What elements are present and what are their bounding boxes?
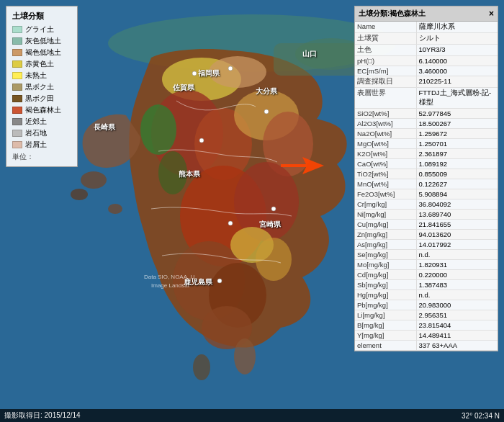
label-kumamoto: 熊本県	[179, 169, 200, 179]
table-cell-key: Cd[mg/kg]	[355, 270, 416, 280]
table-cell-key: 表層世界	[355, 88, 416, 109]
legend-item-label: グライ土	[25, 24, 54, 35]
svg-point-21	[193, 354, 210, 380]
table-cell-key: K2O[wt%]	[355, 149, 416, 159]
table-cell-key: MnO[wt%]	[355, 179, 416, 189]
table-row: Cd[mg/kg]0.220000	[355, 270, 498, 280]
legend-item: 赤黄色土	[12, 59, 71, 69]
table-row: Cr[mg/kg]36.804092	[355, 199, 498, 210]
table-cell-key: Ni[mg/kg]	[355, 210, 416, 220]
table-cell-value: 薩摩川水系	[416, 22, 498, 33]
legend-color-swatch	[12, 130, 22, 137]
legend-color-swatch	[12, 95, 22, 102]
table-row: Fe2O3[wt%]5.908894	[355, 189, 498, 199]
table-cell-value: n.d.	[416, 250, 498, 260]
svg-point-27	[199, 138, 204, 143]
legend-color-swatch	[12, 37, 22, 45]
table-cell-key: Se[mg/kg]	[355, 250, 416, 260]
table-cell-key: Y[mg/kg]	[355, 331, 416, 341]
label-saga: 佐賀県	[173, 83, 194, 93]
table-cell-key: TiO2[wt%]	[355, 169, 416, 179]
info-panel-close-button[interactable]: ×	[489, 9, 494, 19]
table-cell-value: 14.017992	[416, 240, 498, 250]
table-cell-key: Fe2O3[wt%]	[355, 189, 416, 199]
table-row: Na2O[wt%]1.259672	[355, 129, 498, 139]
table-cell-key: Cu[mg/kg]	[355, 220, 416, 230]
svg-point-19	[108, 204, 122, 214]
table-row: B[mg/kg]23.815404	[355, 320, 498, 331]
table-row: Sb[mg/kg]1.387483	[355, 280, 498, 290]
table-cell-value: 10YR3/3	[416, 45, 498, 56]
table-cell-value: 1.089192	[416, 159, 498, 169]
label-oita: 大分県	[256, 86, 277, 96]
legend-color-swatch	[12, 49, 22, 56]
legend-color-swatch	[12, 118, 22, 125]
table-row: SiO2[wt%]52.977845	[355, 109, 498, 119]
legend-item: 近郊土	[12, 117, 71, 127]
table-cell-key: CaO[wt%]	[355, 159, 416, 169]
legend-item: 未熟土	[12, 71, 71, 81]
legend-item-label: 褐色低地土	[25, 48, 61, 58]
legend-item: 黒ボク土	[12, 82, 71, 92]
table-cell-key: 土色	[355, 45, 416, 56]
legend-items: グライ土灰色低地土褐色低地土赤黄色土未熟土黒ボク土黒ボク田褐色森林土近郊土岩石地…	[12, 24, 71, 150]
table-cell-key: pH(□)	[355, 56, 416, 66]
info-panel: 土壌分類:褐色森林土 × Name薩摩川水系土壌質シルト土色10YR3/3pH(…	[354, 6, 498, 351]
svg-point-25	[228, 66, 233, 71]
table-cell-key: B[mg/kg]	[355, 320, 416, 331]
legend-item: 褐色森林土	[12, 105, 71, 115]
table-row: MnO[wt%]0.122627	[355, 179, 498, 189]
legend-color-swatch	[12, 107, 22, 114]
label-miyazaki: 宮崎県	[259, 220, 281, 230]
table-cell-value: 20.983000	[416, 300, 498, 310]
label-yamaguchi: 山口	[302, 49, 317, 59]
table-cell-value: 337 63+AAA	[416, 341, 498, 351]
svg-point-18	[71, 189, 88, 200]
table-cell-key: EC[mS/m]	[355, 66, 416, 76]
legend-item: 岩屑土	[12, 140, 71, 150]
table-cell-value: 3.460000	[416, 66, 498, 76]
table-cell-key: Al2O3[wt%]	[355, 119, 416, 129]
legend-item-label: 岩石地	[25, 128, 47, 138]
legend-item-label: 近郊土	[25, 117, 47, 127]
table-cell-value: 94.013620	[416, 230, 498, 240]
table-row: MgO[wt%]1.250701	[355, 139, 498, 149]
bottom-bar: 撮影取得日: 2015/12/14 32° 02:34 N	[0, 409, 504, 422]
table-cell-key: Zn[mg/kg]	[355, 230, 416, 240]
legend-item: 灰色低地土	[12, 36, 71, 46]
svg-point-12	[140, 104, 176, 155]
legend-item: 黒ボク田	[12, 94, 71, 104]
table-row: CaO[wt%]1.089192	[355, 159, 498, 169]
table-cell-key: Na2O[wt%]	[355, 129, 416, 139]
table-row: Y[mg/kg]14.489411	[355, 331, 498, 341]
table-row: Hg[mg/kg]n.d.	[355, 290, 498, 300]
table-cell-value: 0.122627	[416, 179, 498, 189]
table-row: K2O[wt%]2.361897	[355, 149, 498, 159]
table-cell-key: Mo[mg/kg]	[355, 260, 416, 270]
legend-item-label: 岩屑土	[25, 140, 47, 150]
table-cell-value: n.d.	[416, 290, 498, 300]
svg-point-28	[228, 221, 233, 225]
svg-point-24	[192, 71, 197, 76]
table-cell-key: Hg[mg/kg]	[355, 290, 416, 300]
table-cell-value: 52.977845	[416, 109, 498, 119]
legend-item-label: 黒ボク田	[25, 94, 54, 104]
table-cell-value: 1.820931	[416, 260, 498, 270]
legend-unit: 単位：	[12, 152, 71, 162]
info-panel-content: Name薩摩川水系土壌質シルト土色10YR3/3pH(□)6.140000EC[…	[355, 22, 498, 351]
bottom-bar-left: 撮影取得日: 2015/12/14	[4, 410, 81, 421]
watermark-1: Data SIO, NOAA, U	[144, 274, 194, 280]
info-panel-title-text: 土壌分類:褐色森林土	[359, 9, 426, 19]
legend-color-swatch	[12, 72, 22, 79]
table-cell-key: Li[mg/kg]	[355, 310, 416, 320]
table-row: element337 63+AAA	[355, 341, 498, 351]
svg-point-20	[234, 338, 256, 374]
table-cell-value: 23.815404	[416, 320, 498, 331]
table-row: 土色10YR3/3	[355, 45, 498, 56]
table-cell-value: 1.250701	[416, 139, 498, 149]
table-row: Ni[mg/kg]13.689740	[355, 210, 498, 220]
table-row: Mo[mg/kg]1.820931	[355, 260, 498, 270]
table-cell-value: 18.500267	[416, 119, 498, 129]
table-row: 土壌質シルト	[355, 33, 498, 45]
info-panel-title: 土壌分類:褐色森林土 ×	[355, 6, 498, 22]
